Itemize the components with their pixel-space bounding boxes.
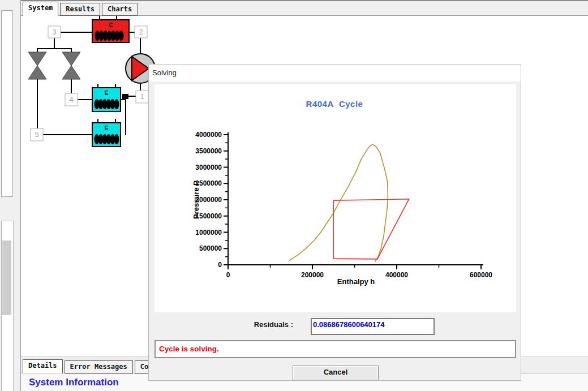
ph-chart: R404A CycleEnthalpy hPressure P020000040… — [154, 84, 516, 312]
svg-text:Enthalpy h: Enthalpy h — [337, 277, 375, 286]
valve-top-triangle — [28, 52, 46, 66]
svg-text:3500000: 3500000 — [195, 147, 222, 155]
scrollbar-thumb[interactable] — [2, 240, 11, 315]
valve-top-triangle — [62, 52, 80, 66]
series-refrigeration-cycle — [333, 199, 409, 259]
svg-text:200000: 200000 — [301, 271, 324, 279]
dialog-title: Solving — [152, 68, 177, 77]
svg-text:600000: 600000 — [470, 271, 492, 279]
solver-status-text: Cycle is solving. — [159, 345, 219, 353]
condenser-coil-icon — [95, 31, 124, 41]
svg-text:2500000: 2500000 — [195, 179, 222, 187]
svg-text:0: 0 — [226, 271, 230, 279]
evaporator-label: E — [105, 90, 109, 96]
svg-text:R404A Cycle: R404A Cycle — [306, 99, 363, 109]
residuals-field[interactable]: 0.0868678600640174 — [311, 318, 435, 335]
condenser-label: C — [109, 22, 113, 28]
chart-panel: R404A CycleEnthalpy hPressure P020000040… — [154, 84, 516, 312]
node-label-2: 2 — [139, 28, 143, 36]
tab-system[interactable]: System — [23, 2, 58, 16]
svg-text:1500000: 1500000 — [195, 212, 222, 220]
residuals-label: Residuals : — [203, 320, 293, 329]
pipe-junction — [122, 94, 128, 99]
expansion-valve-right[interactable] — [62, 52, 80, 79]
tab-details[interactable]: Details — [23, 359, 63, 373]
node-label-1: 1 — [140, 93, 144, 101]
svg-text:0: 0 — [218, 261, 222, 269]
evaporator-label: E — [105, 125, 109, 131]
node-label-4: 4 — [70, 96, 74, 104]
solver-status-bar: Cycle is solving. — [154, 340, 516, 358]
solving-dialog: Solving R404A CycleEnthalpy hPressure P0… — [148, 64, 521, 381]
cancel-button[interactable]: Cancel — [293, 366, 379, 380]
svg-text:4000000: 4000000 — [195, 131, 222, 139]
system-information-heading: System Information — [29, 377, 119, 388]
svg-text:500000: 500000 — [199, 244, 222, 252]
series-saturation-dome — [289, 144, 388, 261]
evaporator-2[interactable]: E — [92, 123, 121, 147]
svg-text:2000000: 2000000 — [195, 196, 222, 204]
state-nodes: 3 2 1 4 5 — [31, 26, 148, 141]
condenser[interactable]: C — [92, 20, 129, 42]
node-label-5: 5 — [35, 131, 39, 139]
dialog-titlebar: Solving — [149, 65, 521, 81]
svg-text:1000000: 1000000 — [195, 229, 222, 237]
svg-text:3000000: 3000000 — [195, 164, 222, 171]
valve-bottom-triangle — [62, 66, 80, 79]
evaporator-1[interactable]: E — [92, 88, 121, 111]
expansion-valve-left[interactable] — [28, 52, 46, 79]
svg-text:400000: 400000 — [385, 271, 408, 279]
tab-error-messages[interactable]: Error Messages — [65, 360, 133, 373]
valve-bottom-triangle — [28, 66, 46, 79]
node-label-3: 3 — [53, 28, 57, 36]
left-lower-panel[interactable]: ^ — [1, 221, 14, 391]
bottom-tabs: Details Error Messages Compo — [23, 358, 168, 373]
